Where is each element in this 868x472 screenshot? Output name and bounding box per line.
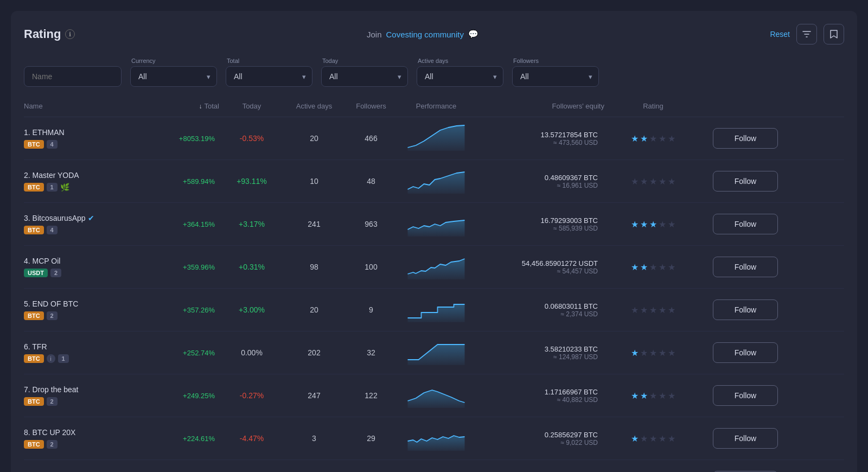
- equity-cell: 0.48609367 BTC ≈ 16,961 USD: [474, 174, 604, 189]
- star-icon: ★: [640, 219, 648, 229]
- equity-cell: 0.25856297 BTC ≈ 9,022 USD: [474, 431, 604, 447]
- follow-button[interactable]: Follow: [713, 128, 778, 149]
- star-icon: ★: [659, 133, 666, 144]
- action-cell: Follow: [702, 128, 778, 149]
- active-days-label: Active days: [417, 58, 503, 64]
- stars: ★★★★★: [604, 348, 702, 358]
- join-text: Join: [367, 30, 382, 39]
- star-icon: ★: [649, 133, 657, 144]
- equity-main: 13.57217854 BTC: [474, 131, 598, 139]
- equity-sub: ≈ 9,022 USD: [474, 439, 598, 447]
- follow-button[interactable]: Follow: [713, 257, 778, 277]
- chart-fill: [408, 172, 465, 194]
- performance-chart: [398, 211, 474, 238]
- info-icon[interactable]: ℹ: [65, 29, 75, 39]
- follow-button[interactable]: Follow: [713, 214, 778, 234]
- today-value: +93.11%: [219, 177, 284, 186]
- active-days-select[interactable]: All: [417, 66, 503, 87]
- total-percent: +8053.19%: [179, 135, 215, 143]
- active-days-value: 241: [284, 220, 344, 228]
- name-filter-group: [24, 66, 122, 87]
- table-row: 4. MCP Oil USDT2 +359.96% +0.31% 98 100: [24, 246, 844, 289]
- name-cell: 5. END OF BTC BTC2: [24, 299, 143, 320]
- chart-svg: [404, 253, 469, 280]
- today-value: -4.47%: [219, 434, 284, 443]
- equity-sub: ≈ 40,882 USD: [474, 396, 598, 404]
- number-tag: 2: [47, 397, 58, 406]
- name-tags: BTC4: [24, 140, 143, 149]
- total-value: +249.25%: [143, 392, 219, 400]
- filter-button[interactable]: [796, 24, 817, 44]
- rating-cell: ★★★★★: [604, 305, 702, 315]
- today-percent: -0.53%: [240, 134, 264, 143]
- col-name: Name: [24, 102, 143, 110]
- today-value: +3.17%: [219, 220, 284, 228]
- star-icon: ★: [668, 219, 675, 229]
- chart-svg: [404, 339, 469, 366]
- performance-chart: [398, 253, 474, 280]
- total-percent: +252.74%: [183, 349, 215, 357]
- currency-select-wrapper: All: [130, 66, 217, 87]
- performance-chart: [398, 125, 474, 152]
- action-cell: Follow: [702, 214, 778, 234]
- col-active-days: Active days: [284, 102, 344, 110]
- star-icon: ★: [640, 133, 648, 144]
- star-icon: ★: [631, 133, 639, 144]
- number-tag: 1: [47, 183, 58, 192]
- star-icon: ★: [649, 305, 657, 315]
- active-days-value: 10: [284, 177, 344, 186]
- number-tag: 4: [47, 226, 58, 234]
- star-icon: ★: [668, 176, 675, 187]
- follow-button[interactable]: Follow: [713, 342, 778, 363]
- equity-main: 1.17166967 BTC: [474, 388, 598, 396]
- equity-sub: ≈ 16,961 USD: [474, 182, 598, 189]
- chart-fill: [408, 345, 465, 365]
- equity-main: 54,456.85901272 USDT: [474, 259, 598, 267]
- star-icon: ★: [640, 176, 648, 187]
- equity-sub: ≈ 585,939 USD: [474, 225, 598, 232]
- action-cell: Follow: [702, 342, 778, 363]
- currency-tag: BTC: [24, 354, 44, 363]
- follow-button[interactable]: Follow: [713, 385, 778, 406]
- action-cell: Follow: [702, 171, 778, 192]
- star-icon: ★: [640, 348, 648, 358]
- total-value: +359.96%: [143, 263, 219, 271]
- total-label: Total: [226, 58, 312, 64]
- equity-sub: ≈ 124,987 USD: [474, 353, 598, 361]
- stars: ★★★★★: [604, 176, 702, 187]
- name-cell: 4. MCP Oil USDT2: [24, 257, 143, 277]
- rating-cell: ★★★★★: [604, 219, 702, 229]
- today-percent: +93.11%: [237, 177, 267, 186]
- star-icon: ★: [631, 391, 639, 401]
- currency-tag: USDT: [24, 269, 48, 277]
- rating-cell: ★★★★★: [604, 262, 702, 272]
- follow-button[interactable]: Follow: [713, 428, 778, 449]
- community-link[interactable]: Covesting community: [386, 30, 464, 39]
- today-select[interactable]: All: [321, 66, 408, 87]
- header: Rating ℹ Join Covesting community 💬 Rese…: [24, 24, 844, 44]
- name-input[interactable]: [24, 66, 122, 87]
- equity-sub: ≈ 473,560 USD: [474, 139, 598, 146]
- table-row: 6. TFR BTCi1 +252.74% 0.00% 202 32: [24, 331, 844, 374]
- name-tags: BTC2: [24, 397, 143, 406]
- name-tags: USDT2: [24, 269, 143, 277]
- bookmark-button[interactable]: [824, 24, 844, 44]
- followers-select[interactable]: All: [512, 66, 599, 87]
- star-icon: ★: [640, 391, 648, 401]
- today-label: Today: [321, 58, 408, 64]
- follow-button[interactable]: Follow: [713, 299, 778, 320]
- active-days-value: 20: [284, 305, 344, 314]
- follow-button[interactable]: Follow: [713, 171, 778, 192]
- chart-svg: [404, 211, 469, 238]
- currency-filter-group: Currency All: [130, 58, 217, 87]
- star-icon: ★: [640, 305, 648, 315]
- rating-cell: ★★★★★: [604, 176, 702, 187]
- star-icon: ★: [668, 433, 675, 444]
- equity-cell: 54,456.85901272 USDT ≈ 54,457 USD: [474, 259, 604, 275]
- total-select[interactable]: All: [226, 66, 312, 87]
- name-tags: BTCi1: [24, 354, 143, 363]
- followers-filter-group: Followers All: [512, 58, 599, 87]
- reset-button[interactable]: Reset: [770, 30, 790, 39]
- currency-select[interactable]: All: [130, 66, 217, 87]
- equity-cell: 1.17166967 BTC ≈ 40,882 USD: [474, 388, 604, 404]
